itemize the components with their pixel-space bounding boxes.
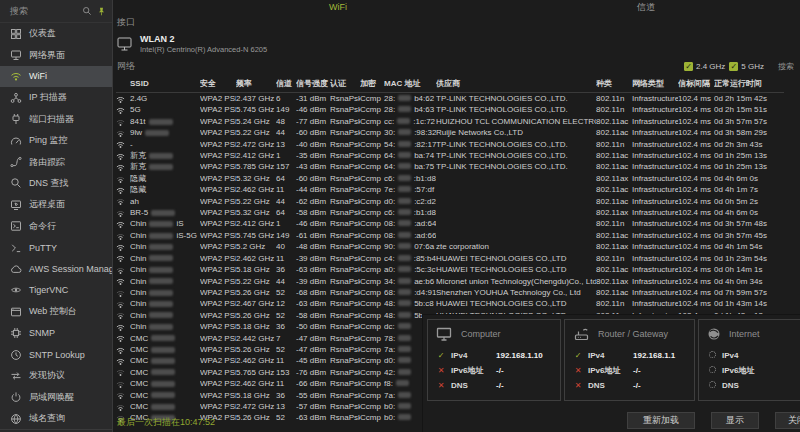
table-row[interactable]: 隐藏WPA2 PSK5.32 GHz64-60 dBmRsnaPskCcmpc6… (116, 173, 784, 184)
censored-mac (398, 163, 411, 169)
column-header-ssid[interactable]: SSID (130, 76, 200, 93)
table-row[interactable]: 隐藏WPA2 PSK2.462 GHz11-44 dBmRsnaPskCcmp7… (116, 184, 784, 195)
sidebar-item-wake-on-lan[interactable]: 局域网唤醒 (0, 387, 112, 408)
cell-signal: -40 dBm (296, 139, 330, 150)
cell-vendor (436, 230, 596, 241)
adapter-name: WLAN 2 (140, 34, 267, 44)
cell-vendor: HUAWEI TECHNOLOGIES CO.,LTD (436, 298, 596, 309)
cell-signal-icon (116, 173, 130, 184)
table-row[interactable]: 新克WPA2 PSK2.412 GHz1-35 dBmRsnaPskCcmp64… (116, 150, 784, 161)
table-row[interactable]: 新克WPA2 PSK5.785 GHz157-43 dBmRsnaPskCcmp… (116, 161, 784, 172)
cell-auth: RsnaPsk (330, 230, 360, 241)
cell-signal: -46 dBm (296, 104, 330, 115)
scan-button[interactable]: 搜索 (778, 61, 794, 72)
column-header-mac[interactable]: MAC 地址 (384, 76, 436, 93)
table-row[interactable]: ChiniSWPA2 PSK2.412 GHz1-46 dBmRsnaPskCc… (116, 218, 784, 229)
table-row[interactable]: 9lwWPA2 PSK5.22 GHz44-60 dBmRsnaPskCcmp3… (116, 127, 784, 138)
censored-text (149, 233, 173, 239)
cell-auth: RsnaPsk (330, 139, 360, 150)
cell-frequency: 5.26 GHz (236, 412, 276, 423)
tab-channel[interactable]: 信道 (492, 0, 800, 13)
table-row[interactable]: ChiniS-5GWPA2 PSK5.745 GHz149-61 dBmRsna… (116, 230, 784, 241)
table-row[interactable]: BR-5WPA2 PSK5.32 GHz64-58 dBmRsnaPskCcmp… (116, 207, 784, 218)
sidebar-item-label: 路由跟踪 (29, 156, 65, 169)
column-header-security[interactable]: 安全 (200, 76, 236, 93)
discovery-protocol-icon (10, 370, 22, 382)
pin-icon[interactable] (97, 6, 106, 17)
sidebar-item-ip-scanner[interactable]: IP 扫描器 (0, 87, 112, 108)
table-row[interactable]: -WPA2 PSK2.472 GHz13-40 dBmRsnaPskCcmp54… (116, 139, 784, 150)
cell-signal: -77 dBm (296, 116, 330, 127)
interface-item[interactable]: WLAN 2 Intel(R) Centrino(R) Advanced-N 6… (117, 34, 800, 54)
reload-button[interactable]: 重新加载 (627, 412, 695, 429)
table-row[interactable]: ChinWPA2 PSK5.2 GHz40-48 dBmRsnaPskCcmp9… (116, 241, 784, 252)
table-row[interactable]: 2.4GWPA2 PSK2.437 GHz6-31 dBmRsnaPskCcmp… (116, 93, 784, 105)
checkbox-icon (729, 62, 738, 71)
censored-text (149, 278, 173, 284)
column-header-vendor[interactable]: 供应商 (436, 76, 596, 93)
sidebar-item-discovery-protocol[interactable]: 发现协议 (0, 365, 112, 386)
cell-ssid: CMC (130, 367, 200, 378)
column-header-auth[interactable]: 认证 (330, 76, 360, 93)
table-row[interactable]: ChinWPA2 PSK2.462 GHz11-39 dBmRsnaPskCcm… (116, 253, 784, 264)
cell-channel: 12 (276, 298, 296, 309)
column-header-standard[interactable]: 种类 (596, 76, 632, 93)
column-header-encryption[interactable]: 加密 (360, 76, 384, 93)
sidebar-item-network-interface[interactable]: 网络界面 (0, 44, 112, 65)
cell-beacon-interval: 102.4 ms (678, 196, 714, 207)
table-row[interactable]: 5GWPA2 PSK5.745 GHz149-46 dBmRsnaPskCcmp… (116, 104, 784, 115)
status-row: DNS -/- (573, 381, 686, 390)
cell-signal: -63 dBm (296, 298, 330, 309)
censored-text (149, 312, 173, 318)
sidebar-item-port-scanner[interactable]: 端口扫描器 (0, 109, 112, 130)
sidebar-item-aws-session-manager[interactable]: AWS Session Manager (0, 258, 112, 279)
table-row[interactable]: ChinWPA2 PSK5.26 GHz52-68 dBmRsnaPskCcmp… (116, 287, 784, 298)
cell-auth: RsnaPsk (330, 344, 360, 355)
sidebar-item-remote-desktop[interactable]: 远程桌面 (0, 194, 112, 215)
filter-24ghz-checkbox[interactable]: 2.4 GHz (684, 62, 725, 71)
cell-uptime: 0d 1h 25m 13s (714, 150, 784, 161)
close-button[interactable]: 关闭 (775, 412, 800, 429)
table-row[interactable]: ahWPA2 PSK5.22 GHz44-62 dBmRsnaPskCcmpd0… (116, 196, 784, 207)
cell-signal-icon (116, 344, 130, 355)
table-row[interactable]: ChinWPA2 PSK5.22 GHz44-39 dBmRsnaPskCcmp… (116, 276, 784, 287)
cell-standard: 802.11ax (596, 207, 632, 218)
cell-ssid: CMC (130, 390, 200, 401)
filter-5ghz-checkbox[interactable]: 5 GHz (729, 62, 764, 71)
column-header-network-type[interactable]: 网络类型 (632, 76, 678, 93)
sidebar-item-snmp[interactable]: SNMP (0, 322, 112, 343)
cell-network-type: Infrastructure (632, 276, 678, 287)
table-row[interactable]: ChinWPA2 PSK5.18 GHz36-63 dBmRsnaPskCcmp… (116, 264, 784, 275)
column-header-channel[interactable]: 信道 (276, 76, 296, 93)
cell-network-type: Infrastructure (632, 150, 678, 161)
sidebar-search-input[interactable]: 搜索 (0, 0, 112, 23)
sidebar-item-dashboard[interactable]: 仪表盘 (0, 23, 112, 44)
sidebar-item-web-console[interactable]: Web 控制台 (0, 301, 112, 322)
cell-channel: 64 (276, 207, 296, 218)
sidebar-item-whois[interactable]: 域名查询 (0, 408, 112, 429)
cell-channel: 149 (276, 230, 296, 241)
cell-signal: -62 dBm (296, 196, 330, 207)
column-header-frequency[interactable]: 频率 (236, 76, 276, 93)
sidebar-item-ping-monitor[interactable]: Ping 监控 (0, 130, 112, 151)
wifi-signal-icon (116, 140, 125, 149)
show-button[interactable]: 显示 (711, 412, 759, 429)
cell-frequency: 5.765 GHz (236, 367, 276, 378)
cell-encryption: Ccmp (360, 173, 384, 184)
sidebar-item-tigervnc[interactable]: TigerVNC (0, 280, 112, 301)
cell-standard: 802.11ax (596, 173, 632, 184)
column-header-signal[interactable]: 信号强度 (296, 76, 330, 93)
sidebar-item-sntp-lookup[interactable]: SNTP Lookup (0, 344, 112, 365)
sidebar-item-command-line[interactable]: 命令行 (0, 216, 112, 237)
sidebar-item-label: 端口扫描器 (29, 113, 74, 126)
table-row[interactable]: 841tWPA2 PSK5.24 GHz48-77 dBmRsnaPskCcmp… (116, 116, 784, 127)
column-header-beacon[interactable]: 信标间隔 (678, 76, 714, 93)
sidebar-item-putty[interactable]: PuTTY (0, 237, 112, 258)
sidebar-item-wifi[interactable]: WiFi (0, 66, 112, 87)
table-row[interactable]: ChinWPA2 PSK2.467 GHz12-63 dBmRsnaPskCcm… (116, 298, 784, 309)
sidebar-item-dns-lookup[interactable]: DNS 查找 (0, 173, 112, 194)
cell-encryption: Ccmp (360, 150, 384, 161)
tab-wifi[interactable]: WiFi (184, 0, 492, 13)
column-header-uptime[interactable]: 正常运行时间 (714, 76, 784, 93)
sidebar-item-traceroute[interactable]: 路由跟踪 (0, 151, 112, 172)
